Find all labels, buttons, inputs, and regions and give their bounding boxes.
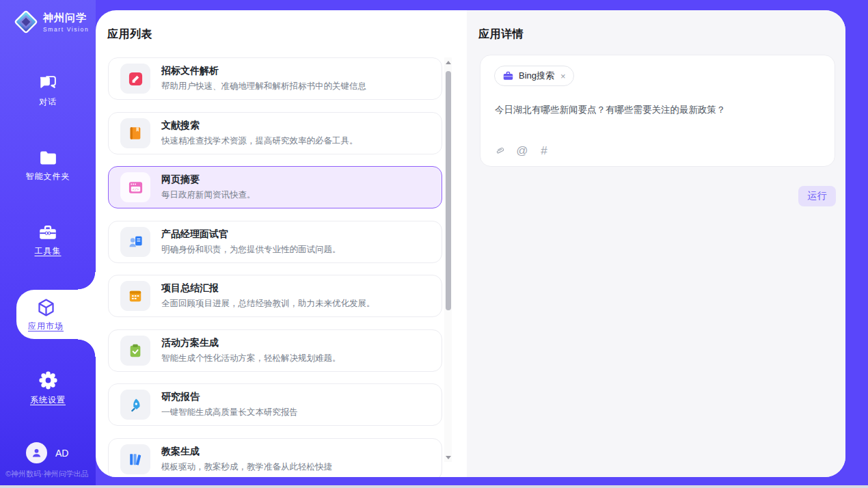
app-card[interactable]: 招标文件解析 帮助用户快速、准确地理解和解析招标书中的关键信息 bbox=[108, 57, 442, 100]
calendar-icon bbox=[120, 281, 150, 311]
app-card[interactable]: </> 网页摘要 每日政府新闻资讯快查。 bbox=[108, 166, 442, 208]
book-icon bbox=[120, 118, 150, 148]
scroll-up-icon[interactable] bbox=[444, 59, 452, 66]
toolbox-icon bbox=[38, 223, 58, 241]
app-card-title: 研究报告 bbox=[161, 391, 298, 403]
app-card[interactable]: 文献搜索 快速精准查找学术资源，提高研究效率的必备工具。 bbox=[108, 112, 442, 154]
user-name: AD bbox=[55, 448, 68, 459]
cube-icon bbox=[36, 297, 57, 318]
window-bottom-edge bbox=[0, 485, 868, 488]
app-card-title: 网页摘要 bbox=[161, 174, 256, 186]
app-card[interactable]: 研究报告 一键智能生成高质量长文本研究报告 bbox=[108, 383, 442, 426]
sidebar-item-chat[interactable]: 对话 bbox=[0, 74, 96, 108]
app-card-title: 招标文件解析 bbox=[161, 65, 366, 77]
tool-tag-label: Bing搜索 bbox=[519, 70, 554, 82]
list-scrollbar[interactable] bbox=[444, 57, 452, 462]
prompt-card: Bing搜索 × 今日湖北有哪些新闻要点？有哪些需要关注的最新政策？ @ # bbox=[480, 55, 835, 167]
scrollbar-thumb[interactable] bbox=[446, 71, 451, 310]
app-card-desc: 全面回顾项目进展，总结经验教训，助力未来优化发展。 bbox=[161, 298, 375, 310]
app-card-title: 活动方案生成 bbox=[161, 337, 341, 349]
app-card[interactable]: 产品经理面试官 明确身份和职责，为您提供专业性的面试问题。 bbox=[108, 221, 442, 263]
gear-icon bbox=[38, 370, 58, 390]
copyright-text: ©神州数码·神州问学出品 bbox=[5, 469, 89, 479]
webpage-code-icon: </> bbox=[120, 172, 150, 202]
prompt-text[interactable]: 今日湖北有哪些新闻要点？有哪些需要关注的最新政策？ bbox=[495, 103, 816, 117]
tool-tag-bing-search[interactable]: Bing搜索 × bbox=[494, 66, 574, 86]
app-detail-title: 应用详情 bbox=[478, 27, 524, 42]
svg-text:</>: </> bbox=[132, 187, 138, 191]
sidebar-item-label: 工具集 bbox=[35, 245, 62, 257]
app-card-title: 产品经理面试官 bbox=[161, 228, 341, 241]
prompt-toolbar: @ # bbox=[494, 144, 550, 158]
sidebar-item-label: 对话 bbox=[39, 96, 57, 108]
app-card-title: 教案生成 bbox=[161, 446, 332, 458]
app-card[interactable]: 项目总结汇报 全面回顾项目进展，总结经验教训，助力未来优化发展。 bbox=[108, 275, 442, 317]
user-row[interactable]: AD bbox=[26, 442, 68, 463]
app-card-desc: 一键智能生成高质量长文本研究报告 bbox=[161, 407, 298, 418]
briefcase-icon bbox=[502, 70, 514, 82]
brand-diamond-icon bbox=[14, 9, 38, 35]
app-card-list: 招标文件解析 帮助用户快速、准确地理解和解析招标书中的关键信息 文献搜索 快速精… bbox=[108, 57, 442, 477]
app-card-desc: 智能生成个性化活动方案，轻松解决规划难题。 bbox=[161, 353, 341, 364]
user-icon bbox=[26, 442, 47, 463]
app-card-desc: 帮助用户快速、准确地理解和解析招标书中的关键信息 bbox=[161, 81, 366, 92]
sidebar-item-folder[interactable]: 智能文件夹 bbox=[0, 149, 96, 182]
research-icon bbox=[120, 390, 150, 420]
app-card[interactable]: 教案生成 模板驱动，教案秒成，教学准备从此轻松快捷 bbox=[108, 438, 442, 478]
chat-icon bbox=[38, 74, 58, 92]
run-button[interactable]: 运行 bbox=[798, 186, 836, 206]
close-icon[interactable]: × bbox=[560, 71, 566, 81]
app-card-desc: 每日政府新闻资讯快查。 bbox=[161, 189, 256, 201]
clipboard-check-icon bbox=[120, 336, 150, 366]
books-icon bbox=[120, 444, 150, 474]
sidebar-item-toolbox[interactable]: 工具集 bbox=[0, 223, 96, 257]
brand-subtitle: Smart Vision bbox=[43, 26, 89, 33]
interviewer-icon bbox=[120, 227, 150, 257]
app-card-title: 项目总结汇报 bbox=[161, 282, 375, 295]
brand-logo: 神州问学 Smart Vision bbox=[14, 9, 89, 35]
sidebar-item-label: 应用市场 bbox=[28, 321, 64, 332]
sidebar-item-label: 系统设置 bbox=[30, 394, 66, 406]
edit-document-icon bbox=[120, 64, 150, 94]
app-card-desc: 明确身份和职责，为您提供专业性的面试问题。 bbox=[161, 244, 341, 256]
scroll-down-icon[interactable] bbox=[444, 454, 452, 461]
app-window: 神州问学 Smart Vision 对话 智能文件夹 工具集 应用市场 系统设置… bbox=[0, 0, 868, 488]
folder-icon bbox=[38, 149, 58, 167]
paperclip-icon[interactable] bbox=[494, 145, 506, 157]
hash-icon[interactable]: # bbox=[538, 144, 550, 158]
brand-name: 神州问学 bbox=[43, 12, 89, 25]
sidebar: 神州问学 Smart Vision 对话 智能文件夹 工具集 应用市场 系统设置… bbox=[0, 0, 96, 485]
at-icon[interactable]: @ bbox=[516, 144, 528, 158]
app-list-title: 应用列表 bbox=[107, 27, 152, 42]
app-card-desc: 模板驱动，教案秒成，教学准备从此轻松快捷 bbox=[161, 461, 332, 473]
sidebar-item-cube[interactable]: 应用市场 bbox=[16, 290, 96, 339]
sidebar-item-gear[interactable]: 系统设置 bbox=[0, 370, 96, 406]
app-card[interactable]: 活动方案生成 智能生成个性化活动方案，轻松解决规划难题。 bbox=[108, 329, 442, 372]
app-card-desc: 快速精准查找学术资源，提高研究效率的必备工具。 bbox=[161, 135, 358, 147]
app-card-title: 文献搜索 bbox=[161, 120, 358, 132]
content-shell: 应用列表 招标文件解析 帮助用户快速、准确地理解和解析招标书中的关键信息 文献搜… bbox=[96, 10, 845, 477]
app-detail-panel: 应用详情 Bing搜索 × 今日湖北有哪些新闻要点？有哪些需要关注的最新政策？ bbox=[467, 10, 845, 477]
sidebar-item-label: 智能文件夹 bbox=[26, 171, 70, 182]
